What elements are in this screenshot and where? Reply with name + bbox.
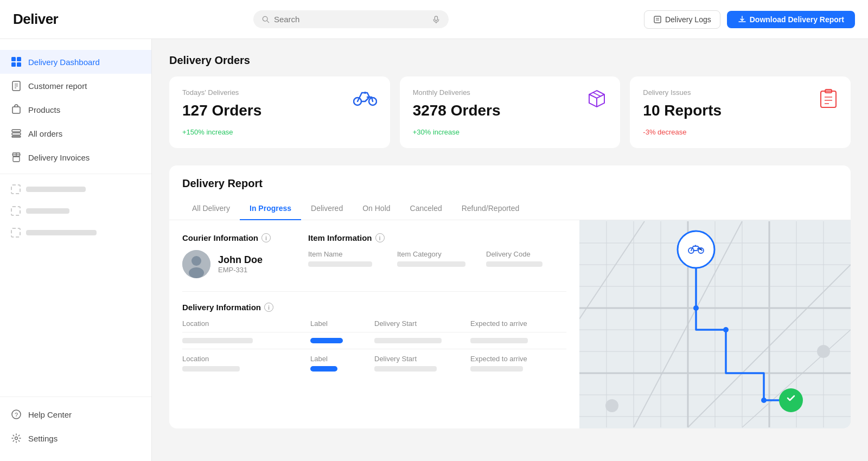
- stat-card-today: Todays' Deliveries 127 Orders +150% incr…: [169, 76, 390, 148]
- bicycle-marker-circle: [678, 231, 714, 268]
- bicycle-icon: [353, 88, 377, 111]
- search-input[interactable]: [274, 15, 428, 24]
- delivery-logs-button[interactable]: Delivery Logs: [644, 10, 720, 29]
- col-header-location: Location: [182, 319, 310, 328]
- sidebar: Delivery Dashboard Customer report: [0, 39, 152, 461]
- report-section-title: Delivery Report: [169, 165, 851, 190]
- box-icon: [586, 88, 607, 113]
- svg-point-27: [364, 92, 366, 94]
- svg-rect-2: [435, 16, 438, 20]
- svg-rect-4: [654, 16, 661, 23]
- search-bar[interactable]: [253, 10, 449, 28]
- stat-card-monthly-change: +30% increase: [413, 128, 608, 136]
- delivery-table-row-2: Location Label Delivery Start: [182, 349, 566, 377]
- stat-card-monthly: Monthly Deliveries 3278 Orders +30% incr…: [400, 76, 621, 148]
- download-icon: [738, 15, 746, 24]
- placeholder-line-3: [26, 230, 97, 235]
- sidebar-label-settings: Settings: [28, 434, 58, 443]
- svg-rect-16: [12, 130, 21, 132]
- arrive-1-placeholder: [470, 338, 528, 343]
- svg-rect-21: [13, 157, 20, 162]
- location-2-placeholder: [182, 366, 240, 372]
- map-circle-marker-2: [605, 399, 618, 412]
- tab-on-hold[interactable]: On Hold: [353, 197, 400, 220]
- sidebar-label-all-orders: All orders: [28, 129, 62, 138]
- map-circle-marker: [817, 345, 830, 358]
- route-dot-1: [693, 305, 699, 311]
- start-1-placeholder: [374, 338, 442, 343]
- courier-id: EMP-331: [218, 266, 263, 274]
- sidebar-item-all-orders[interactable]: All orders: [0, 121, 151, 145]
- topbar: Deliver Delivery Logs Download: [0, 0, 868, 39]
- item-col-category: Item Category: [397, 250, 477, 267]
- orders-section-title: Delivery Orders: [169, 54, 851, 67]
- sidebar-item-products[interactable]: Products: [0, 98, 151, 121]
- logs-icon: [653, 15, 662, 24]
- label-1-pill: [310, 338, 343, 343]
- sidebar-label-customer-report: Customer report: [28, 81, 87, 91]
- download-report-button[interactable]: Download Delivery Report: [727, 11, 855, 28]
- sidebar-item-customer-report[interactable]: Customer report: [0, 74, 151, 98]
- label-header-2: Label: [310, 355, 374, 363]
- products-icon: [11, 104, 22, 115]
- sidebar-item-dashboard[interactable]: Delivery Dashboard: [0, 50, 151, 74]
- stat-card-today-value: 127 Orders: [182, 102, 377, 119]
- tab-delivered[interactable]: Delivered: [301, 197, 353, 220]
- svg-point-35: [192, 256, 201, 266]
- item-category-placeholder: [397, 261, 465, 267]
- sidebar-placeholder-2: [0, 200, 151, 222]
- delivery-report-section: Delivery Report All Delivery In Progress…: [169, 165, 851, 428]
- svg-rect-29: [821, 91, 836, 107]
- dashboard-icon: [11, 56, 22, 67]
- courier-item-block: Courier Information i: [182, 233, 566, 278]
- sidebar-placeholder-1: [0, 178, 151, 200]
- svg-point-66: [695, 245, 697, 247]
- item-code-placeholder: [486, 261, 542, 267]
- svg-rect-15: [12, 107, 20, 113]
- delivery-info-icon: i: [264, 303, 273, 312]
- sidebar-label-delivery-invoices: Delivery Invoices: [28, 153, 90, 162]
- stat-cards-container: Todays' Deliveries 127 Orders +150% incr…: [169, 76, 851, 148]
- courier-info-icon: i: [261, 233, 271, 242]
- sidebar-bottom: ? Help Center Settings: [0, 396, 151, 450]
- route-dot-3: [761, 398, 767, 403]
- start-2-placeholder: [374, 366, 437, 372]
- col-header-arrive: Expected to arrive: [470, 319, 566, 328]
- placeholder-line-1: [26, 187, 86, 192]
- tab-canceled[interactable]: Canceled: [400, 197, 452, 220]
- svg-rect-10: [17, 62, 21, 67]
- map-svg: [579, 220, 851, 428]
- sidebar-item-delivery-invoices[interactable]: Delivery Invoices: [0, 145, 151, 169]
- placeholder-icon-2: [11, 206, 21, 216]
- stat-card-issues-label: Delivery Issues: [643, 88, 838, 97]
- item-info-block: Item Information i Item Name I: [308, 233, 566, 267]
- svg-rect-7: [11, 57, 16, 61]
- stat-card-monthly-value: 3278 Orders: [413, 102, 608, 119]
- report-body: Courier Information i: [169, 220, 851, 428]
- courier-name: John Doe: [218, 254, 263, 266]
- sidebar-divider: [0, 174, 151, 174]
- tab-all-delivery[interactable]: All Delivery: [182, 197, 240, 220]
- tab-in-progress[interactable]: In Progress: [240, 197, 301, 220]
- all-orders-icon: [11, 128, 22, 139]
- courier-block: Courier Information i: [182, 233, 291, 278]
- customer-report-icon: [11, 80, 22, 91]
- report-tabs: All Delivery In Progress Delivered On Ho…: [169, 197, 851, 220]
- microphone-icon: [432, 15, 440, 24]
- placeholder-line-2: [26, 208, 69, 214]
- delivery-info-block: Delivery Information i Location Label De…: [182, 303, 566, 377]
- svg-rect-17: [12, 133, 21, 135]
- info-divider: [182, 291, 566, 292]
- courier-avatar: [182, 250, 210, 278]
- delivery-map: [579, 220, 851, 428]
- tab-refund-reported[interactable]: Refund/Reported: [452, 197, 529, 220]
- sidebar-item-settings[interactable]: Settings: [0, 426, 151, 450]
- svg-line-1: [267, 21, 269, 22]
- destination-marker-circle: [779, 388, 803, 412]
- col-header-start: Delivery Start: [374, 319, 470, 328]
- stat-card-today-label: Todays' Deliveries: [182, 88, 377, 97]
- sidebar-item-help[interactable]: ? Help Center: [0, 402, 151, 426]
- stat-card-issues-value: 10 Reports: [643, 102, 838, 119]
- delivery-table-header: Location Label Delivery Start Expected t…: [182, 319, 566, 332]
- svg-rect-18: [12, 136, 21, 137]
